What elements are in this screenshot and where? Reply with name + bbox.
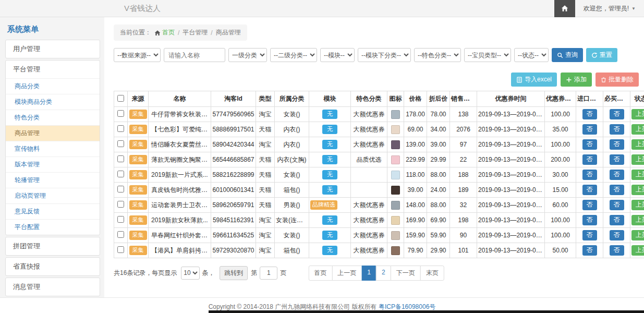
import-excel-button[interactable]: 导入excel xyxy=(511,73,557,87)
status-on-shelf-button[interactable]: 上架 xyxy=(631,200,644,210)
import-select-toggle[interactable]: 否 xyxy=(582,230,597,240)
status-on-shelf-button[interactable]: 上架 xyxy=(631,124,644,134)
row-checkbox[interactable] xyxy=(117,110,124,117)
search-button[interactable]: 查询 xyxy=(552,48,583,62)
module-none-badge: 无 xyxy=(322,155,337,164)
sidebar-subitem-轮播管理[interactable]: 轮播管理 xyxy=(6,172,100,188)
home-button[interactable] xyxy=(554,0,575,17)
type-cell: 淘宝 xyxy=(256,228,275,243)
status-on-shelf-button[interactable]: 上架 xyxy=(631,245,644,255)
sidebar-item-消息管理[interactable]: 消息管理 xyxy=(6,278,100,296)
row-checkbox[interactable] xyxy=(117,246,124,253)
sidebar-item-平台管理[interactable]: 平台管理 xyxy=(6,61,100,78)
bottom-strip xyxy=(209,310,644,313)
sidebar-item-拼团管理[interactable]: 拼团管理 xyxy=(6,237,100,255)
import-select-toggle[interactable]: 否 xyxy=(582,139,597,149)
status-on-shelf-button[interactable]: 上架 xyxy=(631,215,644,225)
page-button-上一页[interactable]: 上一页 xyxy=(332,266,362,281)
breadcrumb-home-link[interactable]: 首页 xyxy=(154,28,175,37)
row-checkbox[interactable] xyxy=(117,231,124,238)
sidebar-subitem-模块商品分类[interactable]: 模块商品分类 xyxy=(6,94,100,110)
discount-price-cell: 69.90 xyxy=(427,213,450,228)
must-buy-toggle[interactable]: 否 xyxy=(610,200,624,210)
import-select-toggle[interactable]: 否 xyxy=(582,185,597,195)
sidebar-subitem-版本管理[interactable]: 版本管理 xyxy=(6,156,100,172)
filter-select-3[interactable]: --模块下分类-- xyxy=(358,48,411,62)
import-select-toggle[interactable]: 否 xyxy=(582,109,597,119)
import-select-toggle[interactable]: 否 xyxy=(582,245,597,255)
must-buy-toggle[interactable]: 否 xyxy=(610,139,624,149)
source-badge: 采集 xyxy=(129,215,147,224)
page-button-下一页[interactable]: 下一页 xyxy=(391,266,421,281)
status-on-shelf-button[interactable]: 上架 xyxy=(631,230,644,240)
status-on-shelf-button[interactable]: 上架 xyxy=(631,170,644,179)
page-button-2[interactable]: 2 xyxy=(376,266,391,281)
module-brand-badge: 品牌精选 xyxy=(310,200,337,209)
status-cell: 上架 xyxy=(630,183,644,198)
import-select-toggle[interactable]: 否 xyxy=(582,170,597,179)
page-button-末页[interactable]: 末页 xyxy=(420,266,444,281)
must-buy-toggle[interactable]: 否 xyxy=(610,124,624,134)
sidebar-group: 消息管理 xyxy=(5,278,100,296)
row-checkbox[interactable] xyxy=(117,171,124,177)
filter-select-6[interactable]: --状态-- xyxy=(514,48,549,62)
must-buy-toggle[interactable]: 否 xyxy=(610,185,624,195)
row-checkbox[interactable] xyxy=(117,155,124,162)
sidebar-subitem-商品分类[interactable]: 商品分类 xyxy=(6,78,100,94)
breadcrumb-item[interactable]: 平台管理 xyxy=(183,28,208,37)
select-all-checkbox[interactable] xyxy=(117,95,124,102)
category-cell: 女装() xyxy=(275,167,309,183)
sidebar-subitem-平台配置[interactable]: 平台配置 xyxy=(6,219,100,235)
import-select-toggle[interactable]: 否 xyxy=(582,154,597,164)
must-buy-toggle[interactable]: 否 xyxy=(610,215,624,225)
row-checkbox[interactable] xyxy=(117,201,124,208)
import-select-toggle[interactable]: 否 xyxy=(582,215,597,225)
must-buy-toggle[interactable]: 否 xyxy=(610,230,624,240)
row-checkbox[interactable] xyxy=(117,216,124,223)
category-cell: 女装() xyxy=(275,107,309,122)
reset-button[interactable]: 重置 xyxy=(586,48,617,62)
icp-link[interactable]: 粤ICP备16098006号 xyxy=(379,303,435,310)
filter-select-1[interactable]: --二级分类-- xyxy=(270,48,317,62)
user-menu[interactable]: 欢迎您，管理员! ▼ xyxy=(575,4,644,13)
row-checkbox[interactable] xyxy=(117,140,124,147)
filter-source-select[interactable]: --数据来源-- xyxy=(114,48,161,62)
sidebar-item-用户管理[interactable]: 用户管理 xyxy=(6,40,100,58)
taoke-id-cell: 577479560965 xyxy=(211,107,256,122)
must-buy-toggle[interactable]: 否 xyxy=(610,109,624,119)
filter-select-5[interactable]: --宝贝类型-- xyxy=(464,48,511,62)
row-checkbox[interactable] xyxy=(117,125,124,132)
import-select-toggle[interactable]: 否 xyxy=(582,124,597,134)
page-button-1[interactable]: 1 xyxy=(361,266,376,281)
column-header-优惠券金额: 优惠券金额 xyxy=(545,91,576,107)
status-on-shelf-button[interactable]: 上架 xyxy=(631,109,644,119)
filter-select-2[interactable]: --模块-- xyxy=(320,48,355,62)
sidebar-subitem-意见反馈[interactable]: 意见反馈 xyxy=(6,203,100,219)
filter-select-4[interactable]: --特色分类-- xyxy=(414,48,461,62)
batch-delete-button[interactable]: 批量删除 xyxy=(596,73,639,87)
sidebar-subitem-宣传物料[interactable]: 宣传物料 xyxy=(6,141,100,156)
status-on-shelf-button[interactable]: 上架 xyxy=(631,154,644,164)
filter-select-0[interactable]: 一级分类 xyxy=(228,48,267,62)
module-cell: 品牌精选爱上运动 xyxy=(309,198,351,213)
status-on-shelf-button[interactable]: 上架 xyxy=(631,185,644,195)
status-on-shelf-button[interactable]: 上架 xyxy=(631,139,644,149)
sidebar-item-省直快报[interactable]: 省直快报 xyxy=(6,258,100,275)
name-search-input[interactable] xyxy=(164,48,225,62)
module-cell: 无 xyxy=(309,213,351,228)
sales-count-cell: 198 xyxy=(450,213,477,228)
sidebar-subitem-启动页管理[interactable]: 启动页管理 xyxy=(6,188,100,203)
must-buy-toggle[interactable]: 否 xyxy=(610,245,624,255)
sidebar-subitem-商品管理[interactable]: 商品管理 xyxy=(6,125,100,141)
sidebar-subitem-特色分类[interactable]: 特色分类 xyxy=(6,110,100,125)
add-button[interactable]: 添加 xyxy=(561,73,592,87)
jump-page-input[interactable] xyxy=(260,267,277,280)
jump-button[interactable]: 跳转到 xyxy=(220,266,248,280)
page-button-首页[interactable]: 首页 xyxy=(308,266,332,281)
row-checkbox[interactable] xyxy=(117,186,124,192)
column-header-优惠券时间: 优惠券时间 xyxy=(477,91,545,107)
must-buy-toggle[interactable]: 否 xyxy=(610,154,624,164)
per-page-select[interactable]: 10 xyxy=(181,267,200,280)
import-select-toggle[interactable]: 否 xyxy=(582,200,597,210)
must-buy-toggle[interactable]: 否 xyxy=(610,170,624,179)
